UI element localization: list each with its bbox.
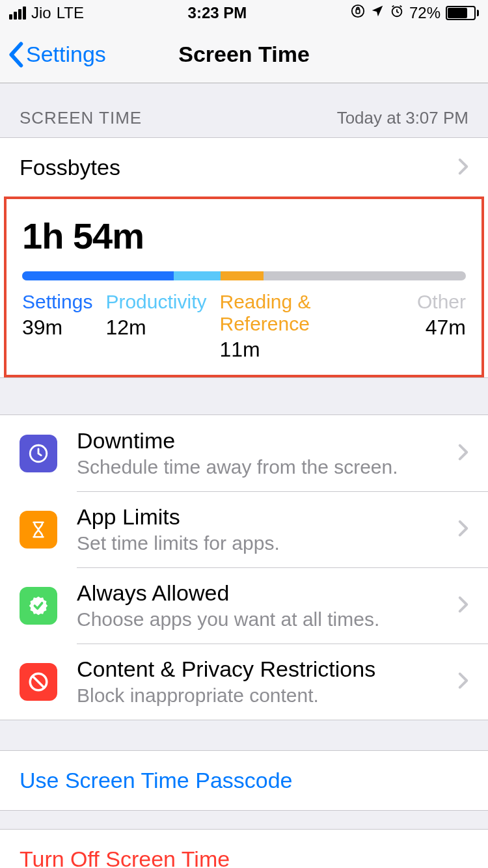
section-header-left: SCREEN TIME [20, 108, 142, 128]
category-item: Productivity12m [105, 291, 206, 362]
category-label: Productivity [105, 291, 206, 313]
option-check-badge[interactable]: Always AllowedChoose apps you want at al… [0, 567, 488, 644]
status-bar: Jio LTE 3:23 PM 72% [0, 0, 488, 26]
hourglass-icon [20, 511, 57, 549]
option-title: App Limits [77, 504, 458, 530]
category-item: Other47m [417, 291, 466, 362]
signal-icon [9, 7, 26, 20]
back-label: Settings [26, 42, 106, 67]
svg-point-0 [352, 5, 364, 17]
bar-segment [264, 271, 446, 280]
section-header-screen-time: SCREEN TIME Today at 3:07 PM [0, 83, 488, 137]
orientation-lock-icon [351, 4, 365, 22]
option-subtitle: Schedule time away from the screen. [77, 456, 458, 478]
battery-pct: 72% [409, 4, 441, 22]
network-label: LTE [57, 4, 84, 22]
back-button[interactable]: Settings [0, 42, 106, 68]
battery-icon [446, 6, 479, 20]
option-text: Content & Privacy RestrictionsBlock inap… [77, 657, 458, 707]
option-subtitle: Block inappropriate content. [77, 685, 458, 707]
total-time: 1h 54m [22, 215, 466, 257]
option-title: Content & Privacy Restrictions [77, 657, 458, 682]
no-entry-icon [20, 663, 57, 701]
option-subtitle: Set time limits for apps. [77, 532, 458, 554]
option-title: Downtime [77, 428, 458, 454]
category-value: 47m [417, 316, 466, 340]
category-value: 11m [219, 338, 404, 362]
chevron-right-icon [458, 520, 468, 539]
status-right: 72% [351, 4, 479, 22]
bar-segment [174, 271, 221, 280]
usage-cell-group: Fossbytes 1h 54m Settings39mProductivity… [0, 137, 488, 378]
svg-rect-1 [356, 9, 360, 13]
option-text: DowntimeSchedule time away from the scre… [77, 428, 458, 478]
svg-line-5 [33, 676, 44, 687]
option-text: Always AllowedChoose apps you want at al… [77, 580, 458, 631]
downtime-icon [20, 435, 57, 472]
category-label: Settings [22, 291, 92, 313]
option-no-entry[interactable]: Content & Privacy RestrictionsBlock inap… [0, 644, 488, 720]
option-hourglass[interactable]: App LimitsSet time limits for apps. [0, 491, 488, 567]
option-text: App LimitsSet time limits for apps. [77, 504, 458, 554]
carrier-label: Jio [31, 4, 51, 22]
usage-bar-chart [22, 271, 466, 280]
status-time: 3:23 PM [188, 4, 247, 22]
turn-off-label: Turn Off Screen Time [20, 847, 230, 868]
alarm-icon [390, 4, 404, 22]
chevron-right-icon [458, 444, 468, 463]
category-label: Reading & Reference [219, 291, 404, 335]
status-left: Jio LTE [9, 4, 84, 22]
chevron-right-icon [458, 596, 468, 616]
use-passcode-button[interactable]: Use Screen Time Passcode [0, 750, 488, 811]
section-header-right: Today at 3:07 PM [337, 108, 468, 128]
device-row[interactable]: Fossbytes [0, 138, 488, 197]
category-value: 12m [105, 316, 206, 340]
chevron-right-icon [458, 155, 468, 180]
usage-summary-box: 1h 54m Settings39mProductivity12mReading… [4, 197, 484, 377]
turn-off-button[interactable]: Turn Off Screen Time [0, 829, 488, 868]
options-group: DowntimeSchedule time away from the scre… [0, 414, 488, 720]
use-passcode-label: Use Screen Time Passcode [20, 768, 293, 793]
category-item: Settings39m [22, 291, 92, 362]
category-row: Settings39mProductivity12mReading & Refe… [22, 291, 466, 362]
nav-bar: Settings Screen Time [0, 26, 488, 83]
chevron-left-icon [8, 42, 23, 68]
bar-segment [22, 271, 174, 280]
category-value: 39m [22, 316, 92, 340]
category-item: Reading & Reference11m [219, 291, 404, 362]
option-subtitle: Choose apps you want at all times. [77, 608, 458, 631]
option-title: Always Allowed [77, 580, 458, 606]
location-icon [370, 4, 385, 22]
device-name: Fossbytes [20, 155, 120, 180]
chevron-right-icon [458, 672, 468, 692]
bar-segment [221, 271, 264, 280]
option-downtime[interactable]: DowntimeSchedule time away from the scre… [0, 415, 488, 491]
check-badge-icon [20, 587, 57, 625]
category-label: Other [417, 291, 466, 313]
